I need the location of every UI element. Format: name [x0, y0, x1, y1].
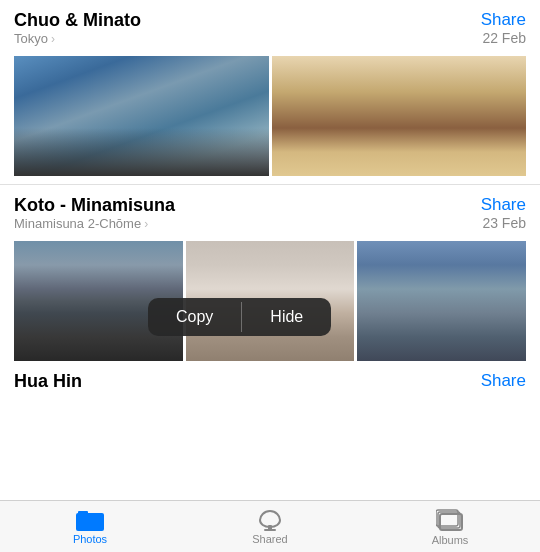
albums-icon — [436, 508, 464, 532]
shared-nav-label: Shared — [252, 533, 287, 545]
context-menu: Copy Hide — [148, 298, 331, 336]
photo-thumb-cityview[interactable] — [357, 241, 526, 361]
svg-rect-3 — [264, 529, 276, 531]
location-title: Chuo & Minato Tokyo › — [14, 10, 141, 54]
copy-menu-item[interactable]: Copy — [148, 298, 241, 336]
koto-section-header: Koto - Minamisuna Minamisuna 2-Chōme › S… — [14, 195, 526, 239]
shared-icon — [256, 509, 284, 531]
chuo-minato-subtitle: Tokyo › — [14, 31, 141, 46]
photo-thumb-sushi[interactable] — [272, 56, 527, 176]
svg-rect-0 — [76, 513, 104, 531]
hua-hin-share-button[interactable]: Share — [481, 371, 526, 391]
koto-title: Koto - Minamisuna — [14, 195, 175, 216]
koto-subtitle: Minamisuna 2-Chōme › — [14, 216, 175, 231]
svg-rect-1 — [78, 511, 88, 515]
koto-share-date-block: Share 23 Feb — [481, 195, 526, 231]
chuo-photos-row — [14, 56, 526, 176]
section-header: Chuo & Minato Tokyo › Share 22 Feb — [14, 10, 526, 54]
content-area: Chuo & Minato Tokyo › Share 22 Feb Koto … — [0, 0, 540, 500]
chuo-share-button[interactable]: Share — [481, 10, 526, 30]
bottom-nav: Photos Shared Albums — [0, 500, 540, 552]
koto-share-button[interactable]: Share — [481, 195, 526, 215]
koto-location-info: Koto - Minamisuna Minamisuna 2-Chōme › — [14, 195, 175, 239]
chuo-minato-title: Chuo & Minato — [14, 10, 141, 31]
nav-photos[interactable]: Photos — [0, 509, 180, 545]
hua-hin-title: Hua Hin — [14, 371, 82, 392]
koto-chevron-icon: › — [144, 217, 148, 231]
photos-nav-label: Photos — [73, 533, 107, 545]
chevron-icon: › — [51, 32, 55, 46]
section-chuo-minato: Chuo & Minato Tokyo › Share 22 Feb — [0, 0, 540, 185]
section-hua-hin: Hua Hin Share — [0, 361, 540, 400]
hua-hin-header: Hua Hin Share — [14, 371, 526, 392]
photo-thumb-street1[interactable] — [14, 56, 269, 176]
nav-albums[interactable]: Albums — [360, 508, 540, 546]
albums-nav-label: Albums — [432, 534, 469, 546]
photos-icon — [76, 509, 104, 531]
koto-date: 23 Feb — [481, 215, 526, 231]
nav-shared[interactable]: Shared — [180, 509, 360, 545]
share-date-block: Share 22 Feb — [481, 10, 526, 46]
chuo-date: 22 Feb — [481, 30, 526, 46]
hide-menu-item[interactable]: Hide — [242, 298, 331, 336]
